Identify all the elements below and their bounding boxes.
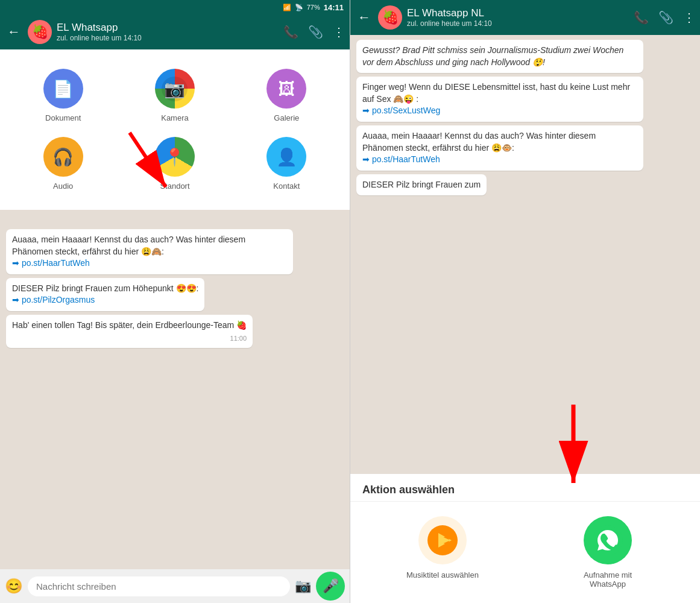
camera-icon: 📷 <box>162 77 188 101</box>
gallery-icon-circle: 🖼 <box>266 69 306 109</box>
right-more-icon[interactable]: ⋮ <box>683 10 695 25</box>
link-sexlust[interactable]: po.st/SexLustWeg <box>372 106 440 115</box>
avatar-emoji: 🍓 <box>32 24 48 40</box>
signal-icon: 📡 <box>295 4 303 11</box>
left-chat-area: Auaaa, mein Haaaar! Kennst du das auch? … <box>0 224 350 569</box>
document-icon: 📄 <box>52 79 74 99</box>
contact-label: Kontakt <box>273 182 300 191</box>
avatar: 🍓 <box>28 20 52 44</box>
emoji-button[interactable]: 😊 <box>5 578 23 595</box>
header-actions: 📞 📎 ⋮ <box>283 25 345 39</box>
message-input[interactable] <box>28 576 290 596</box>
action-whatsapp[interactable]: Aufnahme mitWhatsApp <box>525 511 690 593</box>
chat-name: EL Whatsapp <box>57 22 279 34</box>
action-picker: Aktion auswählen Musiktitel auswählen <box>350 474 700 603</box>
attachment-contact[interactable]: 👤 Kontakt <box>233 132 340 195</box>
attachment-location[interactable]: 📍 Standort <box>121 132 228 195</box>
right-chat-status: zul. online heute um 14:10 <box>407 19 629 28</box>
header-info: EL Whatsapp zul. online heute um 14:10 <box>57 22 279 42</box>
link-haartut-right[interactable]: po.st/HaarTutWeh <box>372 154 440 164</box>
gallery-icon: 🖼 <box>278 79 295 99</box>
status-bar: 📶 📡 77% 14:11 <box>0 0 350 14</box>
right-chat-header: ← 🍓 EL Whatsapp NL zul. online heute um … <box>350 0 700 35</box>
right-chat-area: Gewusst? Brad Pitt schmiss sein Journali… <box>350 35 700 494</box>
mic-button[interactable]: 🎤 <box>316 572 345 601</box>
left-panel: 📶 📡 77% 14:11 ← 🍓 EL Whatsapp zul. onlin… <box>0 0 350 603</box>
arrow-icon: ➡ <box>12 258 22 268</box>
audio-icon-circle: 🎧 <box>43 137 83 177</box>
right-paperclip-icon[interactable]: 📎 <box>658 10 673 25</box>
gallery-label: Galerie <box>274 113 299 122</box>
message-text: DIESER Pilz bringt Frauen zum <box>362 180 481 189</box>
link-haartut[interactable]: po.st/HaarTutWeh <box>22 258 90 268</box>
music-icon-circle <box>418 516 467 564</box>
audio-label: Audio <box>53 182 73 191</box>
music-play-icon <box>427 525 458 555</box>
left-input-bar: 😊 📷 🎤 <box>0 569 350 603</box>
attachment-menu: 📄 Dokument 📷 Kamera 🖼 Galerie <box>0 49 350 210</box>
camera-label: Kamera <box>161 113 189 122</box>
attachment-audio[interactable]: 🎧 Audio <box>10 132 116 195</box>
attachment-camera[interactable]: 📷 Kamera <box>121 64 228 127</box>
message-bradpitt: Gewusst? Brad Pitt schmiss sein Journali… <box>356 40 643 73</box>
attachment-grid: 📄 Dokument 📷 Kamera 🖼 Galerie <box>10 64 340 195</box>
more-menu-icon[interactable]: ⋮ <box>333 25 345 39</box>
message-haartut: Auaaa, mein Haaaar! Kennst du das auch? … <box>6 229 293 274</box>
right-panel: ← 🍓 EL Whatsapp NL zul. online heute um … <box>350 0 700 603</box>
message-text: Auaaa, mein Haaaar! Kennst du das auch? … <box>12 235 245 256</box>
right-header-info: EL Whatsapp NL zul. online heute um 14:1… <box>407 7 629 28</box>
contact-icon: 👤 <box>276 147 297 167</box>
arrow-icon: ➡ <box>362 106 372 115</box>
right-avatar-emoji: 🍓 <box>382 10 399 25</box>
arrow-icon: ➡ <box>362 154 372 164</box>
message-text: Finger weg! Wenn du DIESE Lebensmittel i… <box>362 82 630 104</box>
audio-icon: 🎧 <box>52 147 74 167</box>
right-back-button[interactable]: ← <box>355 7 373 28</box>
action-items: Musiktitel auswählen Aufnahme mitWhatsAp… <box>350 502 700 603</box>
right-chat-name: EL Whatsapp NL <box>407 7 629 19</box>
wifi-icon: 📶 <box>283 4 291 11</box>
document-label: Dokument <box>45 113 81 122</box>
chat-status: zul. online heute um 14:10 <box>57 34 279 42</box>
message-text: Auaaa, mein Haaaar! Kennst du das auch? … <box>362 131 596 153</box>
message-text: Gewusst? Brad Pitt schmiss sein Journali… <box>362 45 623 67</box>
right-phone-icon[interactable]: 📞 <box>634 10 649 25</box>
battery-label: 77% <box>307 4 320 11</box>
link-pilz[interactable]: po.st/PilzOrgasmus <box>22 295 95 305</box>
location-icon: 📍 <box>164 147 185 167</box>
arrow-icon: ➡ <box>12 295 22 305</box>
music-label: Musiktitel auswählen <box>406 570 479 579</box>
action-music[interactable]: Musiktitel auswählen <box>360 511 525 593</box>
right-avatar: 🍓 <box>378 5 402 30</box>
left-chat-header: ← 🍓 EL Whatsapp zul. online heute um 14:… <box>0 14 350 49</box>
action-picker-title: Aktion auswählen <box>350 474 700 502</box>
message-haartut-right: Auaaa, mein Haaaar! Kennst du das auch? … <box>356 125 643 171</box>
attachment-gallery[interactable]: 🖼 Galerie <box>233 64 340 127</box>
whatsapp-icon-circle <box>584 516 632 564</box>
attachment-document[interactable]: 📄 Dokument <box>10 64 116 127</box>
camera-button[interactable]: 📷 <box>295 578 311 594</box>
contact-icon-circle: 👤 <box>266 137 306 177</box>
mic-icon: 🎤 <box>323 578 339 594</box>
phone-icon[interactable]: 📞 <box>283 25 298 39</box>
message-text: DIESER Pilz bringt Frauen zum Höhepunkt … <box>12 283 198 293</box>
camera-icon-circle: 📷 <box>155 69 195 109</box>
location-icon-circle: 📍 <box>155 137 195 177</box>
message-text: Hab' einen tollen Tag! Bis später, dein … <box>12 320 247 330</box>
message-time: 11:00 <box>12 334 247 343</box>
message-pilz-right: DIESER Pilz bringt Frauen zum <box>356 174 487 196</box>
document-icon-circle: 📄 <box>43 69 83 109</box>
message-sexlust: Finger weg! Wenn du DIESE Lebensmittel i… <box>356 77 643 122</box>
right-header-actions: 📞 📎 ⋮ <box>634 10 695 25</box>
message-erdbeer: Hab' einen tollen Tag! Bis später, dein … <box>6 315 253 348</box>
whatsapp-label: Aufnahme mitWhatsApp <box>584 570 632 589</box>
whatsapp-icon <box>593 525 623 555</box>
location-label: Standort <box>160 182 189 191</box>
message-pilz: DIESER Pilz bringt Frauen zum Höhepunkt … <box>6 278 204 311</box>
back-button[interactable]: ← <box>5 22 23 42</box>
paperclip-icon[interactable]: 📎 <box>308 25 323 39</box>
clock-display: 14:11 <box>324 3 344 12</box>
